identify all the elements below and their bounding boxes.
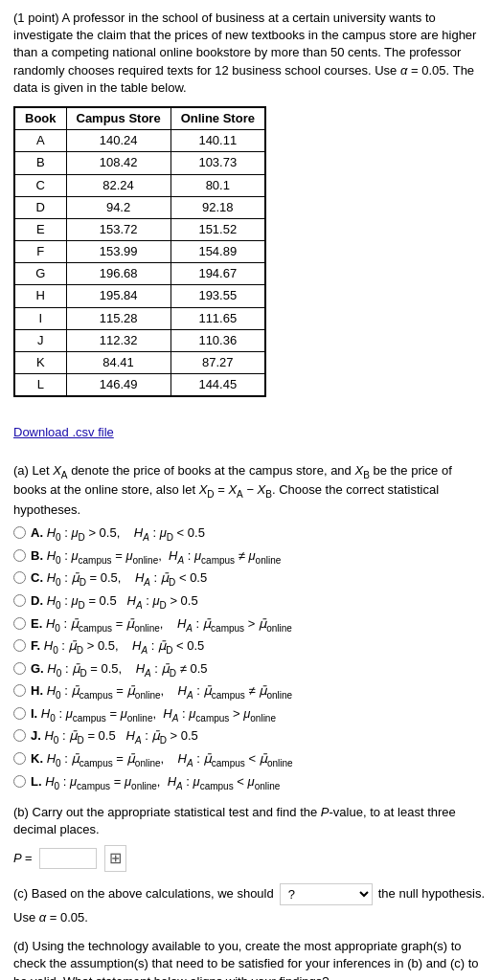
- label-f: F. H0 : μ̄D > 0.5, HA : μ̄D < 0.5: [31, 637, 204, 657]
- table-cell: 82.24: [66, 174, 170, 196]
- option-f[interactable]: F. H0 : μ̄D > 0.5, HA : μ̄D < 0.5: [13, 637, 487, 657]
- table-cell: I: [15, 307, 67, 329]
- radio-i[interactable]: [13, 707, 26, 720]
- label-g: G. H0 : μ̄D = 0.5, HA : μ̄D ≠ 0.5: [31, 660, 207, 680]
- option-a[interactable]: A. H0 : μD > 0.5, HA : μD < 0.5: [13, 524, 487, 545]
- col-online: Online Store: [170, 107, 264, 129]
- option-g[interactable]: G. H0 : μ̄D = 0.5, HA : μ̄D ≠ 0.5: [13, 660, 487, 680]
- label-c: C. H0 : μ̄D = 0.5, HA : μ̄D < 0.5: [31, 569, 207, 590]
- label-e: E. H0 : μ̄campus = μ̄online, HA : μ̄camp…: [31, 615, 292, 635]
- download-section[interactable]: Download .csv file: [13, 424, 487, 451]
- label-l: L. H0 : μcampus = μonline, HA : μcampus …: [31, 773, 280, 793]
- part-c-section: (c) Based on the above calculations, we …: [13, 883, 487, 926]
- table-cell: H: [15, 285, 67, 307]
- table-cell: 144.45: [170, 374, 264, 396]
- grid-icon[interactable]: ⊞: [104, 845, 126, 872]
- table-cell: J: [15, 329, 67, 351]
- option-j[interactable]: J. H0 : μ̄D = 0.5 HA : μ̄D > 0.5: [13, 727, 487, 747]
- part-a-title: (a) Let XA denote the price of books at …: [13, 462, 487, 519]
- label-i: I. H0 : μcampus = μonline, HA : μcampus …: [31, 705, 276, 725]
- table-cell: 94.2: [66, 196, 170, 218]
- table-cell: 87.27: [170, 352, 264, 374]
- label-b: B. H0 : μcampus = μonline, HA : μcampus …: [31, 547, 281, 568]
- option-l[interactable]: L. H0 : μcampus = μonline, HA : μcampus …: [13, 773, 487, 793]
- label-h: H. H0 : μ̄campus = μ̄online, HA : μ̄camp…: [31, 682, 292, 702]
- radio-j[interactable]: [13, 729, 26, 742]
- table-cell: 153.99: [66, 241, 170, 263]
- label-j: J. H0 : μ̄D = 0.5 HA : μ̄D > 0.5: [31, 727, 198, 747]
- option-d[interactable]: D. H0 : μD = 0.5 HA : μD > 0.5: [13, 592, 487, 612]
- table-cell: 153.72: [66, 218, 170, 240]
- radio-g[interactable]: [13, 662, 26, 675]
- radio-e[interactable]: [13, 617, 26, 630]
- label-d: D. H0 : μD = 0.5 HA : μD > 0.5: [31, 592, 198, 612]
- table-cell: 80.1: [170, 174, 264, 196]
- part-c-alpha: Use α = 0.05.: [13, 909, 487, 926]
- table-cell: 84.41: [66, 352, 170, 374]
- table-cell: 103.73: [170, 152, 264, 174]
- download-csv-link[interactable]: Download .csv file: [13, 424, 114, 441]
- radio-a[interactable]: [13, 526, 26, 539]
- table-cell: D: [15, 196, 67, 218]
- table-cell: G: [15, 263, 67, 285]
- radio-b[interactable]: [13, 549, 26, 562]
- part-c-text-before: (c) Based on the above calculations, we …: [13, 885, 274, 902]
- table-cell: 196.68: [66, 263, 170, 285]
- table-cell: 110.36: [170, 329, 264, 351]
- part-b-title: (b) Carry out the appropriate statistica…: [13, 804, 487, 838]
- problem-intro: (1 point) A professor in the school of b…: [13, 10, 487, 97]
- part-d-section: (d) Using the technology available to yo…: [13, 938, 487, 980]
- table-cell: 154.89: [170, 241, 264, 263]
- table-cell: 111.65: [170, 307, 264, 329]
- option-h[interactable]: H. H0 : μ̄campus = μ̄online, HA : μ̄camp…: [13, 682, 487, 702]
- option-c[interactable]: C. H0 : μ̄D = 0.5, HA : μ̄D < 0.5: [13, 569, 487, 590]
- table-cell: F: [15, 241, 67, 263]
- col-book: Book: [15, 107, 67, 129]
- table-cell: 195.84: [66, 285, 170, 307]
- table-cell: C: [15, 174, 67, 196]
- table-cell: 140.11: [170, 130, 264, 152]
- the-text: The: [453, 63, 474, 78]
- data-table-container: Book Campus Store Online Store A140.2414…: [13, 106, 266, 397]
- part-c-text-after: the null hypothesis.: [378, 885, 485, 902]
- radio-c[interactable]: [13, 571, 26, 584]
- table-cell: K: [15, 352, 67, 374]
- label-k: K. H0 : μ̄campus = μ̄online, HA : μ̄camp…: [31, 750, 293, 770]
- part-b-section: (b) Carry out the appropriate statistica…: [13, 804, 487, 872]
- radio-k[interactable]: [13, 752, 26, 765]
- part-d-title: (d) Using the technology available to yo…: [13, 938, 487, 980]
- table-cell: A: [15, 130, 67, 152]
- p-value-row: P = ⊞: [13, 845, 487, 872]
- table-cell: 92.18: [170, 196, 264, 218]
- option-b[interactable]: B. H0 : μcampus = μonline, HA : μcampus …: [13, 547, 487, 568]
- label-a: A. H0 : μD > 0.5, HA : μD < 0.5: [31, 524, 205, 545]
- table-cell: L: [15, 374, 67, 396]
- option-i[interactable]: I. H0 : μcampus = μonline, HA : μcampus …: [13, 705, 487, 725]
- table-cell: 151.52: [170, 218, 264, 240]
- p-label: P =: [13, 850, 32, 867]
- table-cell: 140.24: [66, 130, 170, 152]
- null-hyp-dropdown[interactable]: ? reject fail to reject: [280, 883, 373, 905]
- table-cell: B: [15, 152, 67, 174]
- radio-f[interactable]: [13, 639, 26, 652]
- radio-d[interactable]: [13, 594, 26, 607]
- radio-l[interactable]: [13, 775, 26, 788]
- col-campus: Campus Store: [66, 107, 170, 129]
- null-hyp-row: (c) Based on the above calculations, we …: [13, 883, 487, 905]
- data-table: Book Campus Store Online Store A140.2414…: [14, 107, 265, 396]
- table-cell: 146.49: [66, 374, 170, 396]
- part-a-section: (a) Let XA denote the price of books at …: [13, 462, 487, 793]
- option-k[interactable]: K. H0 : μ̄campus = μ̄online, HA : μ̄camp…: [13, 750, 487, 770]
- table-cell: 193.55: [170, 285, 264, 307]
- radio-h[interactable]: [13, 684, 26, 697]
- data-table-section: Book Campus Store Online Store A140.2414…: [13, 106, 487, 412]
- option-e[interactable]: E. H0 : μ̄campus = μ̄online, HA : μ̄camp…: [13, 615, 487, 635]
- p-value-input[interactable]: [39, 848, 97, 869]
- table-cell: 115.28: [66, 307, 170, 329]
- table-cell: 194.67: [170, 263, 264, 285]
- table-cell: 112.32: [66, 329, 170, 351]
- table-cell: E: [15, 218, 67, 240]
- table-cell: 108.42: [66, 152, 170, 174]
